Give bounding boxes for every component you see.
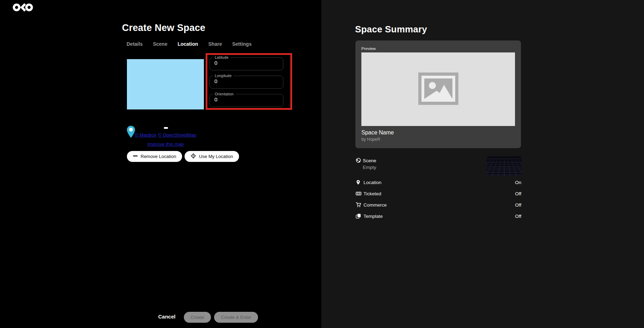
ticket-icon xyxy=(356,191,361,196)
coordinates-highlight-box: Latitude Longitude Orientation xyxy=(206,53,292,110)
orientation-input[interactable] xyxy=(210,96,275,102)
crosshair-icon xyxy=(191,153,196,160)
dialog-tabs: Details Scene Location Share Settings xyxy=(127,41,252,47)
summary-title: Space Summary xyxy=(355,24,427,35)
remove-location-button[interactable]: Remove Location xyxy=(127,151,182,162)
mapbox-link[interactable]: © Mapbox xyxy=(135,132,156,138)
tab-settings[interactable]: Settings xyxy=(232,41,251,47)
latitude-field: Latitude xyxy=(210,55,283,70)
feature-label: Commerce xyxy=(363,202,387,208)
feature-value: Off xyxy=(515,191,521,196)
map-pin-icon xyxy=(127,126,135,139)
tab-location[interactable]: Location xyxy=(178,41,198,47)
cart-icon xyxy=(356,202,361,208)
feature-row-commerce: Commerce Off xyxy=(355,202,521,208)
improve-map-link[interactable]: Improve this map xyxy=(147,141,184,147)
orientation-field: Orientation xyxy=(210,92,283,107)
space-summary-panel: Space Summary Preview Space Name by Hope… xyxy=(321,0,644,328)
scene-value: Empty xyxy=(363,165,376,170)
longitude-input[interactable] xyxy=(210,78,275,84)
map-canvas[interactable] xyxy=(127,59,204,109)
image-placeholder-icon xyxy=(418,72,458,106)
create-button[interactable]: Create xyxy=(184,312,211,323)
scene-label: Scene xyxy=(363,158,376,163)
preview-card: Preview Space Name by HopeR xyxy=(355,40,521,148)
feature-row-location: Location On xyxy=(355,179,521,185)
feature-value: Off xyxy=(515,202,521,208)
location-pin-icon xyxy=(356,179,361,185)
tab-share[interactable]: Share xyxy=(208,41,222,47)
globe-icon xyxy=(356,158,361,164)
attribution-collapse-dash[interactable] xyxy=(164,127,168,129)
longitude-label: Longitude xyxy=(213,74,233,78)
feature-label: Location xyxy=(363,180,381,185)
minus-icon xyxy=(133,153,138,159)
use-my-location-button[interactable]: Use My Location xyxy=(185,151,239,162)
scene-summary-row: Scene Empty xyxy=(355,158,521,178)
preview-label: Preview xyxy=(361,46,515,51)
orientation-label: Orientation xyxy=(213,92,236,96)
location-actions: Remove Location Use My Location xyxy=(127,151,239,162)
feature-row-ticketed: Ticketed Off xyxy=(355,190,521,197)
create-and-enter-button[interactable]: Create & Enter xyxy=(214,312,258,323)
space-author: by HopeR xyxy=(361,137,515,142)
feature-value: On xyxy=(515,180,521,185)
dialog-footer: Cancel Create Create & Enter xyxy=(0,312,321,323)
remove-location-label: Remove Location xyxy=(141,154,176,159)
cancel-button[interactable]: Cancel xyxy=(158,314,175,320)
openstreetmap-link[interactable]: © OpenStreetMap xyxy=(158,132,197,138)
scene-thumbnail xyxy=(487,156,521,176)
preview-image-area xyxy=(361,52,515,126)
feature-row-template: Template Off xyxy=(355,213,521,219)
space-name: Space Name xyxy=(361,130,515,136)
feature-label: Template xyxy=(363,214,383,219)
longitude-field: Longitude xyxy=(210,74,283,89)
use-my-location-label: Use My Location xyxy=(199,154,233,159)
page-title: Create New Space xyxy=(122,23,205,33)
tab-details[interactable]: Details xyxy=(127,41,143,47)
feature-value: Off xyxy=(515,214,521,219)
oko-logo-icon xyxy=(13,3,33,13)
map-attribution: © Mapbox © OpenStreetMap Improve this ma… xyxy=(127,132,204,147)
feature-label: Ticketed xyxy=(363,191,381,196)
latitude-input[interactable] xyxy=(210,59,275,66)
tab-scene[interactable]: Scene xyxy=(153,41,167,47)
create-space-screen: Create New Space Details Scene Location … xyxy=(0,0,644,328)
latitude-label: Latitude xyxy=(213,55,230,59)
template-copy-icon xyxy=(356,213,361,219)
